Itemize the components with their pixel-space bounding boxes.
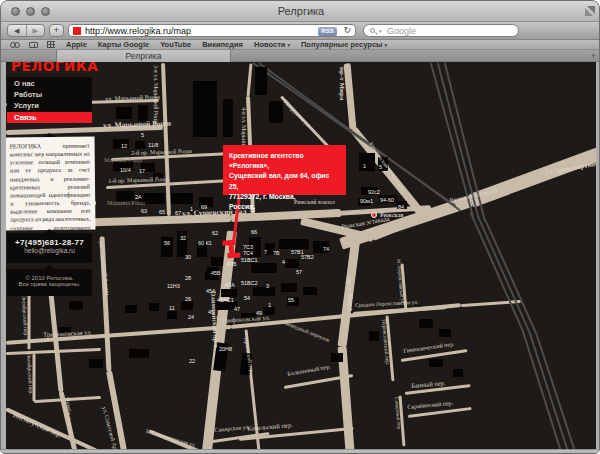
building-number: 11 <box>169 305 175 311</box>
top-sites-grid-icon[interactable] <box>47 41 55 48</box>
menu-item-services[interactable]: Услуги <box>7 99 92 110</box>
building-number: 57 <box>296 269 302 275</box>
railway-line <box>470 213 523 332</box>
browser-window: Релргика ◀ ▶ + http://www.relogika.ru/ma… <box>0 0 600 454</box>
building <box>255 67 267 95</box>
building <box>149 303 159 311</box>
tab-bar: Релргика + <box>1 50 600 62</box>
street-label: Марьина Роща <box>104 157 142 163</box>
building-number: 28 <box>185 275 191 281</box>
back-button[interactable]: ◀ <box>8 25 26 36</box>
building-number: 17 <box>139 168 145 174</box>
building-number: 54 <box>244 295 250 301</box>
building-number: 45Б <box>211 270 221 276</box>
building-number: 11/8 <box>148 142 158 148</box>
street-label: Рижский вокзал <box>294 199 335 205</box>
bookmarks-book-icon[interactable] <box>29 42 38 48</box>
building-number: 45АС1 <box>217 297 234 303</box>
title-bar: Релргика <box>1 1 600 22</box>
search-dropdown-icon[interactable]: ▾ <box>379 28 382 34</box>
building-number: 7Б <box>273 250 280 256</box>
chevron-down-icon: ▾ <box>287 42 290 48</box>
menu-item-works[interactable]: Работы <box>7 88 92 99</box>
street-label: Скрябинский пер. <box>407 400 453 410</box>
street-label: пр-т Мира <box>345 277 355 311</box>
email-link[interactable]: hello@relogika.ru <box>7 247 92 254</box>
menu-item-contact[interactable]: Связь <box>7 112 92 123</box>
about-note: РЕЛОГИКА применяет комплекс мер направле… <box>6 137 95 231</box>
building-number: 4 <box>282 259 285 265</box>
new-tab-button[interactable]: + <box>591 50 596 62</box>
building <box>303 287 317 295</box>
building <box>221 289 237 297</box>
reader-glasses-icon[interactable] <box>10 41 20 48</box>
building <box>211 257 223 266</box>
railway-line <box>529 333 568 449</box>
phone-number: +7(495)681-28-77 <box>7 238 92 247</box>
bookmark-wikipedia[interactable]: Википедия <box>202 40 243 49</box>
building-number: 5 <box>141 132 144 138</box>
back-icon: ◀ <box>14 27 19 34</box>
bookmark-news-folder[interactable]: Новости▾ <box>254 40 290 49</box>
forward-button[interactable]: ▶ <box>26 25 45 36</box>
building <box>181 301 193 310</box>
copyright-line2: Все права защищены. <box>7 281 92 287</box>
street-label: ул. Советской Армии <box>98 241 111 296</box>
nav-buttons: ◀ ▶ <box>7 24 45 37</box>
building <box>281 283 297 292</box>
building <box>331 353 343 362</box>
map-canvas: 8494-6090м192с25120Н82211Н32411264947455… <box>6 62 596 449</box>
building <box>135 141 145 149</box>
building-number: 47 <box>234 306 240 312</box>
building-number: 24 <box>188 314 194 320</box>
tab-relogika[interactable]: Релргика <box>56 50 231 62</box>
window-bottom-bar <box>1 449 600 454</box>
street-label: Больничный пер. <box>287 363 331 377</box>
street-label: Напрудная ул. <box>283 99 313 129</box>
building-number: 22 <box>189 358 195 364</box>
building <box>453 369 463 377</box>
search-field[interactable]: ▾ Google <box>363 24 519 37</box>
building-number: 20Н8 <box>219 346 232 352</box>
address-callout: Креативное агентство «Релогика», Сущевск… <box>223 145 346 195</box>
bookmark-youtube[interactable]: YouTube <box>160 40 191 49</box>
building-number: 63 <box>141 208 147 214</box>
building-number: 1 <box>363 163 366 169</box>
building <box>369 331 379 341</box>
metro-station-label: Рижская <box>380 211 403 218</box>
bookmark-label: Популярные ресурсы <box>301 40 383 49</box>
rss-badge[interactable]: RSS <box>318 27 337 36</box>
building <box>129 349 149 358</box>
add-bookmark-button[interactable]: + <box>49 24 64 37</box>
window-title: Релргика <box>1 5 600 17</box>
building <box>253 287 275 296</box>
building-number: 94-60 <box>380 197 394 203</box>
menu-item-about[interactable]: О нас <box>7 77 92 88</box>
building-number: 74 <box>323 246 329 252</box>
address-bar[interactable]: http://www.relogika.ru/map RSS ↻ <box>68 24 356 37</box>
building-number: 47А <box>225 282 235 288</box>
reload-icon[interactable]: ↻ <box>343 25 351 35</box>
search-placeholder: Google <box>387 26 416 36</box>
building-number: 47Б <box>227 261 237 267</box>
site-logo[interactable]: РЕЛОГИКА <box>11 62 98 74</box>
building <box>439 329 451 337</box>
building-number: 26 <box>185 296 191 302</box>
building-number: 32 <box>180 235 186 241</box>
building-number: 30 <box>185 254 191 260</box>
road <box>247 63 253 96</box>
office-building-marker <box>222 239 241 259</box>
building-number: 7С4 <box>243 250 253 256</box>
bookmark-apple[interactable]: Apple <box>66 40 87 49</box>
railway-line <box>484 219 537 336</box>
building <box>279 239 309 249</box>
site-favicon <box>73 27 81 35</box>
building <box>69 301 83 310</box>
building <box>193 81 217 137</box>
bookmark-popular-folder[interactable]: Популярные ресурсы▾ <box>301 40 387 49</box>
building <box>167 311 177 319</box>
resize-icon[interactable] <box>585 6 595 16</box>
chevron-down-icon: ▾ <box>385 42 388 48</box>
bookmark-google-maps[interactable]: Карты Google <box>98 40 149 49</box>
building-number: 51ВС2 <box>241 280 258 286</box>
